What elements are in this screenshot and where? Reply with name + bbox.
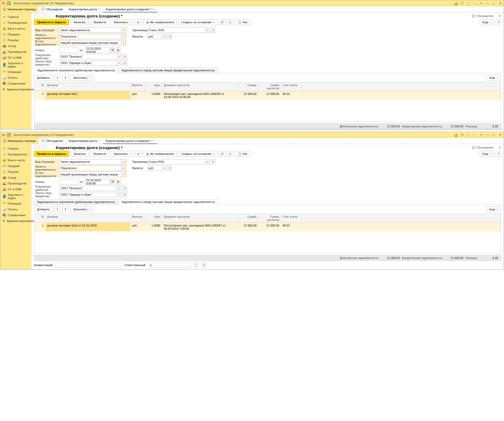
add-button[interactable]: Добавить [34,75,53,81]
tab-close-icon[interactable]: ✕ [152,8,155,11]
open-ref-icon[interactable]: ↗ [167,34,172,39]
save-button[interactable]: Записать [71,19,89,25]
sidebar-item-operations[interactable]: ᴰᴷОперации [0,69,31,75]
fill-button[interactable]: Заполнить [111,19,134,25]
post-close-button[interactable]: Провести и закрыть [34,151,69,157]
chevron-down-icon[interactable]: ▾ [162,165,166,171]
menu-icon[interactable] [7,133,11,136]
open-ref-icon[interactable]: ↗ [122,54,127,59]
org-select[interactable]: Стиль ООО [147,27,205,33]
number-input[interactable] [59,179,78,184]
sidebar-item-manager[interactable]: ↗Руководителю [0,151,31,157]
open-ref-icon[interactable]: ↗ [211,27,215,33]
sidebar-item-manager[interactable]: ↗Руководителю [0,20,31,26]
move-down-button[interactable]: ⬇ [62,75,69,81]
date-open-icon[interactable]: ☰ [116,48,121,53]
tab-close-icon[interactable]: ✕ [98,8,100,11]
chevron-down-icon[interactable]: ▾ [205,159,209,164]
minimize-icon[interactable]: — [486,133,489,137]
op-type-select[interactable]: Зачет задолженности [59,159,121,164]
nav-back-button[interactable]: ← [34,13,39,18]
col-currency[interactable]: Валюта [130,82,145,91]
create-on-button[interactable]: Создать на основании [178,151,217,157]
close-panel-icon[interactable]: ✕ [498,14,501,18]
dk-button[interactable]: Дт [135,151,142,157]
more-button[interactable]: Еще [480,151,494,157]
nav-forward-button[interactable]: → [41,145,46,150]
sidebar-item-production[interactable]: 🏭Производство [0,181,31,186]
fill-button[interactable]: Заполнить [111,151,134,157]
grid-more-button[interactable]: Еще [487,206,501,212]
history-icon[interactable]: ↻ [460,1,464,5]
maximize-icon[interactable]: □ [492,133,496,137]
sidebar-item-operations[interactable]: ᴰᴷОперации [0,201,31,206]
col-sum[interactable]: Сумма [239,82,258,91]
tab-close-icon[interactable]: ✕ [98,139,100,142]
post-button[interactable]: Провести [90,151,109,157]
act-button[interactable]: 🖨 Акт взаимозачета [143,151,177,157]
sidebar-item-bank[interactable]: 💰Банк и касса [0,26,31,31]
move-up-button[interactable]: ⬆ [54,75,61,81]
sidebar-item-assets[interactable]: 🚚ОС и НМА [0,186,31,192]
sidebar-item-purchases[interactable]: 🛒Покупки [0,169,31,175]
third-select[interactable]: ООО "Одежда и обувь" [59,192,117,197]
sidebar-item-sales[interactable]: 🏷Продажи [0,31,31,37]
tab-debt-adj-create[interactable]: Корректировка долга (создание) *✕ [103,138,157,144]
move-down-button[interactable]: ⬇ [62,206,69,212]
calendar-icon[interactable]: 📅 [110,179,115,184]
help-button[interactable]: ? [496,19,501,25]
date-open-icon[interactable]: ☰ [116,179,121,184]
sidebar-item-hr[interactable]: 👤Зарплата и кадры [0,192,31,201]
link-button[interactable]: 🔗 [219,19,225,25]
subtab-receivable[interactable]: Задолженность покупателя (дебиторская за… [34,67,118,73]
offset-select[interactable]: Покупателя [59,165,121,171]
col-doc[interactable]: Документ расчетов [162,82,239,91]
star-icon[interactable]: ☆ [467,133,470,137]
chevron-down-icon[interactable]: ▾ [205,27,209,33]
chevron-down-icon[interactable]: ▾ [121,40,125,45]
sidebar-item-sales[interactable]: 🏷Продажи [0,163,31,169]
chevron-down-icon[interactable]: ▾ [117,186,121,191]
fill-grid-button[interactable]: Заполнить [70,75,93,81]
create-on-button[interactable]: Создать на основании [178,19,217,25]
third-select[interactable]: ООО "Одежда и обувь" [59,60,117,66]
col-n[interactable]: N [34,82,45,91]
chevron-down-icon[interactable]: ▾ [121,27,125,33]
col-doc[interactable]: Документ расчетов [162,214,239,223]
sidebar-item-bank[interactable]: 💰Банк и касса [0,157,31,163]
sidebar-item-refs[interactable]: 📚Справочники [0,81,31,86]
dk-button[interactable]: Дт [135,19,142,25]
sidebar-item-main[interactable]: ≡Главное [0,146,31,151]
col-n[interactable]: N [34,214,45,223]
post-button[interactable]: Провести [90,19,109,25]
col-sum-calc[interactable]: Сумма расчетов [258,214,281,223]
fill-grid-button[interactable]: Заполнить [70,206,93,212]
post-close-button[interactable]: Провести и закрыть [34,19,69,25]
sidebar-item-purchases[interactable]: 🛒Покупки [0,37,31,43]
chevron-down-icon[interactable]: ▾ [162,34,166,39]
tab-debt-adj[interactable]: Корректировка долга✕ [66,138,103,144]
col-contract[interactable]: Договор [45,82,130,91]
sidebar-item-assets[interactable]: 🚚ОС и НМА [0,55,31,61]
col-sum-calc[interactable]: Сумма расчетов [258,82,281,91]
offset-select[interactable]: Покупателя [59,34,121,39]
resp-select[interactable]: о [149,262,191,268]
open-ref-icon[interactable]: ↗ [122,60,127,66]
sidebar-item-production[interactable]: 🏭Производство [0,49,31,55]
history-icon[interactable]: ↻ [460,133,464,137]
maximize-icon[interactable]: □ [492,1,496,5]
attach-button[interactable]: 📎 [227,19,233,25]
open-ref-icon[interactable]: ↗ [122,186,127,191]
chevron-down-icon[interactable]: ▾ [117,54,121,59]
sidebar-item-refs[interactable]: 📚Справочники [0,212,31,218]
settings-icon[interactable]: ≡ [479,1,483,5]
grid-more-button[interactable]: Еще [487,75,501,81]
col-contract[interactable]: Договор [45,214,130,223]
open-ref-icon[interactable]: ↗ [122,192,127,197]
attach-button[interactable]: 📎 [227,151,233,157]
table-row[interactable]: 1 договор поставки №12 от 01.01.2019 руб… [34,223,501,231]
col-sum[interactable]: Сумма [239,214,258,223]
tab-discussions[interactable]: 💬 Обсуждения [39,138,66,144]
bell-icon[interactable]: 🔔 [454,133,458,137]
sidebar-item-warehouse[interactable]: 📦Склад [0,175,31,181]
